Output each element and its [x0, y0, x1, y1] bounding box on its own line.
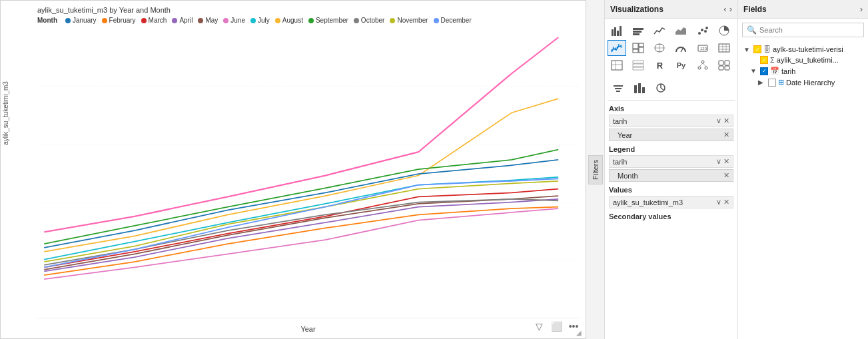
tree-field1-row[interactable]: ✓ Σ aylik_su_tuketimi...	[742, 55, 864, 65]
values-remove-icon[interactable]: ✕	[723, 198, 729, 206]
svg-line-54	[703, 63, 706, 67]
viz-build-icon[interactable]	[630, 80, 649, 96]
viz-pie[interactable]	[715, 23, 733, 39]
svg-rect-58	[725, 66, 729, 70]
svg-rect-32	[633, 49, 638, 53]
tree-dataset-row[interactable]: ▼ ✓ 🗄 aylk-su-tuketimi-verisi	[742, 44, 864, 55]
viz-r-visual[interactable]: R	[650, 57, 669, 73]
tree-date-hierarchy-row[interactable]: ▶ ⊞ Date Hierarchy	[742, 77, 864, 88]
legend-expand-icon[interactable]: ∨	[716, 157, 721, 166]
y-axis-label: aylik_su_tuketimi_m3	[2, 81, 9, 145]
legend-item: November	[390, 17, 428, 24]
svg-rect-19	[620, 26, 622, 36]
viz-line-chart-2[interactable]	[608, 40, 626, 56]
legend-item: August	[275, 17, 303, 24]
viz-column-chart[interactable]	[629, 23, 648, 39]
svg-rect-60	[615, 88, 622, 89]
viz-gauge[interactable]	[671, 40, 690, 56]
svg-rect-30	[639, 43, 644, 47]
fields-panel-expand[interactable]: ›	[860, 4, 863, 14]
axis-remove-icon[interactable]: ✕	[723, 117, 729, 125]
svg-line-53	[699, 63, 703, 67]
fields-search-box: 🔍	[742, 23, 864, 37]
filters-sidebar: Filters	[586, 0, 605, 339]
chart-title: aylik_su_tuketimi_m3 by Year and Month	[37, 6, 579, 14]
legend-dot	[141, 18, 147, 23]
viz-panel-expand[interactable]: ›	[729, 4, 732, 14]
svg-rect-48	[633, 64, 644, 67]
values-section: Values aylik_su_tuketimi_m3 ∨ ✕	[609, 186, 733, 208]
viz-panel-collapse[interactable]: ‹	[723, 4, 726, 14]
sigma-icon: Σ	[770, 56, 775, 64]
chart-legend: Month JanuaryFebruaryMarchAprilMayJuneJu…	[37, 17, 579, 24]
legend-sub-remove[interactable]: ✕	[723, 171, 729, 180]
tree-checkbox-field2[interactable]: ✓	[760, 67, 768, 75]
legend-item: June	[223, 17, 245, 24]
tree-hier-label: Date Hierarchy	[786, 79, 863, 87]
svg-rect-17	[614, 27, 616, 36]
legend-dot	[354, 18, 359, 23]
tree-field2-row[interactable]: ▼ ✓ 📅 tarih	[742, 65, 864, 77]
tree-field1-label: aylik_su_tuketimi...	[777, 56, 863, 64]
viz-scatter[interactable]	[693, 23, 712, 39]
svg-rect-47	[633, 61, 644, 63]
axis-expand-icon[interactable]: ∨	[716, 117, 721, 125]
legend-item-label: March	[149, 17, 167, 24]
values-expand-icon[interactable]: ∨	[716, 198, 721, 206]
svg-rect-64	[642, 87, 645, 93]
legend-item: May	[198, 17, 218, 24]
field-wells: Axis tarih ∨ ✕ Year ✕ Legend tarih	[605, 102, 737, 339]
svg-rect-61	[616, 91, 620, 92]
axis-sub-year[interactable]: Year ✕	[609, 129, 733, 141]
resize-handle[interactable]: ◢	[576, 329, 584, 337]
fields-search-input[interactable]	[759, 26, 859, 34]
x-axis-label: Year	[300, 325, 315, 333]
viz-line-chart[interactable]	[650, 23, 669, 39]
viz-decomp-tree[interactable]	[693, 57, 712, 73]
legend-dot	[390, 18, 395, 23]
viz-table[interactable]	[715, 40, 733, 56]
filters-tab[interactable]: Filters	[588, 155, 603, 184]
viz-bar-chart[interactable]	[608, 23, 626, 39]
legend-label: Legend	[609, 145, 733, 153]
viz-format-icon[interactable]	[609, 80, 628, 96]
viz-map[interactable]	[650, 40, 669, 56]
viz-analytics-icon[interactable]	[651, 80, 670, 96]
viz-multi-row[interactable]	[629, 57, 648, 73]
legend-item-label: January	[73, 17, 97, 24]
legend-field-tarih[interactable]: tarih ∨ ✕	[609, 155, 733, 168]
viz-python[interactable]: Py	[671, 57, 690, 73]
svg-point-51	[698, 67, 701, 69]
tree-checkbox-field1[interactable]: ✓	[760, 56, 768, 64]
legend-dot	[275, 18, 280, 23]
axis-sub-remove[interactable]: ✕	[723, 131, 729, 139]
viz-area-chart[interactable]	[671, 23, 690, 39]
viz-treemap[interactable]	[629, 40, 648, 56]
values-field[interactable]: aylik_su_tuketimi_m3 ∨ ✕	[609, 196, 733, 208]
legend-item-label: December	[441, 17, 472, 24]
legend-sub-month[interactable]: Month ✕	[609, 169, 733, 182]
legend-remove-icon[interactable]: ✕	[723, 157, 729, 166]
viz-more-visuals[interactable]	[715, 57, 733, 73]
legend-item-label: April	[179, 17, 193, 24]
legend-item-label: October	[361, 17, 385, 24]
viz-card[interactable]: 123	[693, 40, 712, 56]
tree-checkbox-dataset[interactable]: ✓	[753, 45, 761, 53]
viz-matrix[interactable]	[608, 57, 626, 73]
legend-dot	[434, 18, 439, 23]
focus-icon[interactable]: ⬜	[550, 320, 563, 333]
values-label: Values	[609, 186, 733, 194]
secondary-values-label: Secondary values	[609, 212, 733, 220]
legend-item-label: February	[109, 17, 136, 24]
axis-field-tarih[interactable]: tarih ∨ ✕	[609, 115, 733, 127]
right-container: Visualizations ‹ ›	[605, 0, 868, 339]
legend-item-label: September	[316, 17, 348, 24]
legend-item: April	[172, 17, 193, 24]
viz-icons-grid: 123 R Py	[605, 19, 737, 77]
fields-tree: ▼ ✓ 🗄 aylk-su-tuketimi-verisi ✓ Σ aylik_…	[738, 41, 868, 339]
db-icon: 🗄	[763, 45, 771, 53]
tree-checkbox-hier[interactable]	[768, 79, 776, 87]
svg-point-52	[705, 67, 707, 69]
filter-icon[interactable]: ▽	[532, 320, 546, 333]
svg-rect-62	[634, 85, 637, 93]
